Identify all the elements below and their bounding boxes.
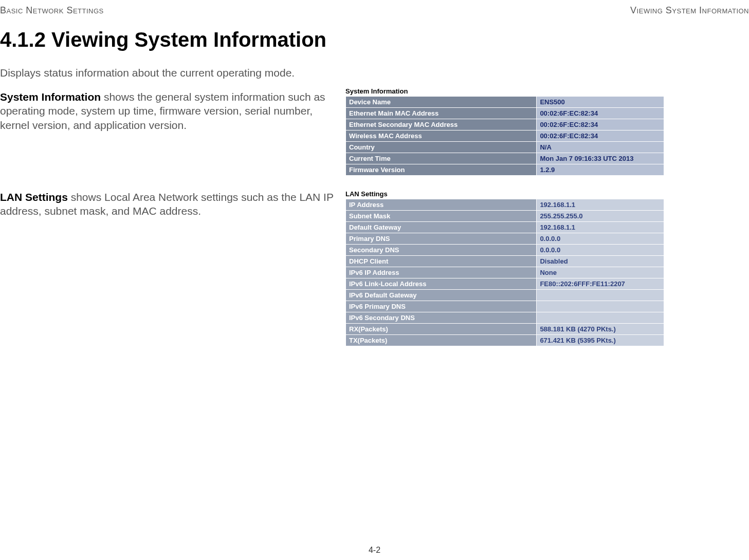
- table-row: IP Address192.168.1.1: [346, 199, 664, 211]
- row-label: Default Gateway: [346, 222, 537, 233]
- system-information-label: System Information: [0, 91, 101, 103]
- table-row: Primary DNS0.0.0.0: [346, 233, 664, 245]
- lan-settings-table: IP Address192.168.1.1 Subnet Mask255.255…: [345, 199, 664, 346]
- table-row: Current TimeMon Jan 7 09:16:33 UTC 2013: [346, 153, 664, 164]
- row-label: DHCP Client: [346, 256, 537, 267]
- row-label: IP Address: [346, 199, 537, 211]
- row-value: FE80::202:6FFF:FE11:2207: [537, 278, 664, 290]
- row-label: Ethernet Main MAC Address: [346, 108, 537, 119]
- row-label: Wireless MAC Address: [346, 130, 537, 142]
- system-information-table: Device NameENS500 Ethernet Main MAC Addr…: [345, 96, 664, 176]
- row-label: Device Name: [346, 97, 537, 108]
- lan-settings-description: LAN Settings shows Local Area Network se…: [0, 190, 334, 218]
- table-row: Ethernet Main MAC Address00:02:6F:EC:82:…: [346, 108, 664, 119]
- row-label: Country: [346, 142, 537, 153]
- table-row: Secondary DNS0.0.0.0: [346, 245, 664, 256]
- system-information-description: System Information shows the general sys…: [0, 90, 329, 132]
- table-row: IPv6 Secondary DNS: [346, 312, 664, 324]
- row-value: 0.0.0.0: [537, 245, 664, 256]
- table-row: RX(Packets)588.181 KB (4270 PKts.): [346, 324, 664, 335]
- page-heading: 4.1.2 Viewing System Information: [0, 28, 326, 51]
- row-value: 192.168.1.1: [537, 222, 664, 233]
- table-row: IPv6 Primary DNS: [346, 301, 664, 312]
- row-label: Current Time: [346, 153, 537, 164]
- row-label: IPv6 Default Gateway: [346, 290, 537, 301]
- table-row: Subnet Mask255.255.255.0: [346, 211, 664, 222]
- row-value: 588.181 KB (4270 PKts.): [537, 324, 664, 335]
- row-value: [537, 290, 664, 301]
- page-number: 4-2: [369, 546, 380, 555]
- header-right: Viewing System Information: [630, 5, 749, 16]
- row-label: IPv6 Primary DNS: [346, 301, 537, 312]
- table-row: Firmware Version1.2.9: [346, 164, 664, 176]
- row-value: 1.2.9: [537, 164, 664, 176]
- system-information-caption: System Information: [345, 87, 664, 95]
- row-value: 255.255.255.0: [537, 211, 664, 222]
- row-value: 0.0.0.0: [537, 233, 664, 245]
- row-label: RX(Packets): [346, 324, 537, 335]
- lan-settings-panel: LAN Settings IP Address192.168.1.1 Subne…: [345, 190, 664, 346]
- row-label: TX(Packets): [346, 335, 537, 346]
- row-value: None: [537, 267, 664, 278]
- row-value: ENS500: [537, 97, 664, 108]
- system-information-panel: System Information Device NameENS500 Eth…: [345, 87, 664, 176]
- table-row: IPv6 Link-Local AddressFE80::202:6FFF:FE…: [346, 278, 664, 290]
- row-label: Secondary DNS: [346, 245, 537, 256]
- table-row: Default Gateway192.168.1.1: [346, 222, 664, 233]
- intro-text: Displays status information about the cu…: [0, 67, 295, 79]
- row-value: [537, 301, 664, 312]
- table-row: Wireless MAC Address00:02:6F:EC:82:34: [346, 130, 664, 142]
- table-row: Device NameENS500: [346, 97, 664, 108]
- row-label: Subnet Mask: [346, 211, 537, 222]
- row-value: 192.168.1.1: [537, 199, 664, 211]
- table-row: DHCP ClientDisabled: [346, 256, 664, 267]
- row-value: Disabled: [537, 256, 664, 267]
- row-label: IPv6 IP Address: [346, 267, 537, 278]
- row-label: Firmware Version: [346, 164, 537, 176]
- table-row: Ethernet Secondary MAC Address00:02:6F:E…: [346, 119, 664, 130]
- table-row: IPv6 IP AddressNone: [346, 267, 664, 278]
- row-value: 00:02:6F:EC:82:34: [537, 119, 664, 130]
- table-row: CountryN/A: [346, 142, 664, 153]
- row-label: Ethernet Secondary MAC Address: [346, 119, 537, 130]
- row-label: IPv6 Link-Local Address: [346, 278, 537, 290]
- row-label: Primary DNS: [346, 233, 537, 245]
- lan-settings-label: LAN Settings: [0, 191, 68, 203]
- row-value: 00:02:6F:EC:82:34: [537, 108, 664, 119]
- header-left: Basic Network Settings: [0, 5, 104, 16]
- row-value: 671.421 KB (5395 PKts.): [537, 335, 664, 346]
- table-row: IPv6 Default Gateway: [346, 290, 664, 301]
- row-value: N/A: [537, 142, 664, 153]
- row-value: [537, 312, 664, 324]
- lan-settings-caption: LAN Settings: [345, 190, 664, 198]
- row-label: IPv6 Secondary DNS: [346, 312, 537, 324]
- table-row: TX(Packets)671.421 KB (5395 PKts.): [346, 335, 664, 346]
- row-value: Mon Jan 7 09:16:33 UTC 2013: [537, 153, 664, 164]
- row-value: 00:02:6F:EC:82:34: [537, 130, 664, 142]
